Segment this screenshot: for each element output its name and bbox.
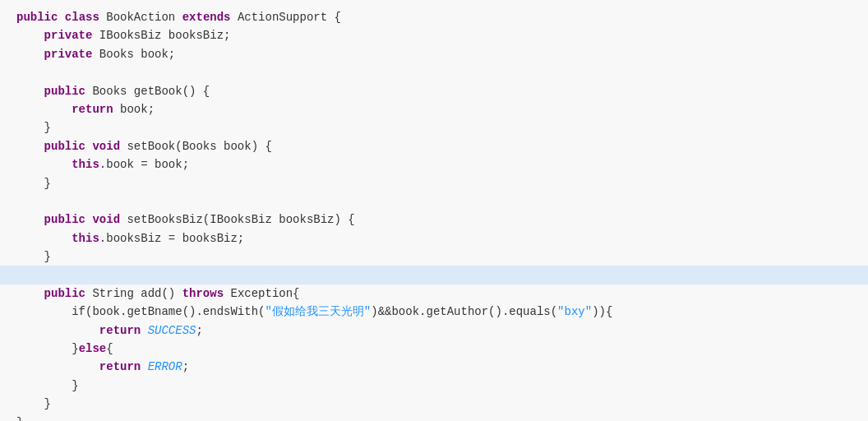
code-token: }: [16, 414, 23, 421]
code-token: [85, 210, 92, 229]
code-line: return book;: [0, 100, 868, 118]
code-token: [16, 45, 44, 63]
code-line: public Books getBook() {: [0, 82, 868, 100]
code-token: [16, 100, 72, 118]
code-token: ;: [196, 322, 202, 340]
code-token: ActionSupport {: [230, 8, 340, 26]
code-line: }: [0, 174, 868, 192]
code-token: return: [72, 100, 113, 118]
code-token: .book = book;: [99, 155, 189, 173]
code-line: public void setBooksBiz(IBooksBiz booksB…: [0, 210, 868, 229]
code-line: return SUCCESS;: [0, 322, 868, 340]
code-line: }: [0, 118, 868, 136]
code-token: public: [44, 285, 85, 303]
code-token: ;: [182, 358, 189, 376]
code-token: if(book.getBname().endsWith(: [16, 303, 265, 321]
code-line: public void setBook(Books book) {: [0, 137, 868, 155]
code-token: [16, 322, 99, 340]
code-token: public: [44, 82, 85, 100]
code-token: public: [16, 8, 58, 26]
code-token: book;: [113, 100, 155, 118]
code-line: }: [0, 248, 868, 266]
code-token: }: [16, 248, 51, 266]
code-line: }: [0, 414, 868, 421]
code-token: [16, 210, 44, 229]
code-token: this: [72, 155, 99, 173]
code-token: setBook(Books book) {: [120, 137, 272, 155]
code-line: this.booksBiz = booksBiz;: [0, 229, 868, 248]
code-token: [85, 137, 92, 155]
code-token: Books book;: [92, 45, 175, 63]
code-line: this.book = book;: [0, 155, 868, 173]
code-token: [16, 137, 44, 155]
code-token: )){: [592, 303, 612, 321]
code-token: Books getBook() {: [85, 82, 210, 100]
code-token: SUCCESS: [148, 322, 196, 340]
code-token: [141, 358, 147, 376]
code-line: [0, 192, 868, 210]
code-token: void: [92, 137, 120, 155]
code-token: {: [106, 340, 113, 358]
code-token: "bxy": [557, 303, 592, 321]
code-token: }: [16, 174, 51, 192]
code-token: public: [44, 137, 85, 155]
code-token: throws: [182, 285, 224, 303]
code-token: this: [72, 229, 99, 248]
code-line: private Books book;: [0, 45, 868, 63]
code-line: }: [0, 395, 868, 413]
code-token: }: [16, 340, 79, 358]
code-token: }: [16, 395, 51, 413]
code-token: [16, 358, 99, 376]
code-token: [16, 26, 44, 44]
code-token: public: [44, 210, 85, 229]
code-line: [0, 63, 868, 81]
code-token: void: [92, 210, 120, 229]
code-token: IBooksBiz booksBiz;: [92, 26, 230, 44]
code-token: private: [44, 26, 93, 44]
code-token: extends: [182, 8, 231, 26]
code-token: ERROR: [148, 358, 182, 376]
code-token: }: [16, 118, 51, 136]
code-token: BookAction: [99, 8, 182, 26]
code-token: [16, 285, 44, 303]
code-token: [58, 8, 64, 26]
code-token: }: [16, 377, 79, 395]
code-line: [0, 266, 868, 284]
code-token: )&&book.getAuthor().equals(: [371, 303, 557, 321]
code-token: return: [99, 322, 141, 340]
code-line: public String add() throws Exception{: [0, 285, 868, 303]
code-line: }else{: [0, 340, 868, 358]
code-line: if(book.getBname().endsWith("假如给我三天光明")&…: [0, 303, 868, 321]
code-token: [16, 82, 44, 100]
code-line: private IBooksBiz booksBiz;: [0, 26, 868, 44]
code-token: [141, 322, 147, 340]
code-line: }: [0, 377, 868, 395]
code-token: return: [99, 358, 141, 376]
code-token: [16, 155, 72, 173]
code-token: String add(): [85, 285, 182, 303]
code-token: [16, 229, 72, 248]
code-token: private: [44, 45, 93, 63]
code-token: class: [65, 8, 99, 26]
code-token: setBooksBiz(IBooksBiz booksBiz) {: [120, 210, 355, 229]
code-token: "假如给我三天光明": [265, 303, 371, 321]
code-line: public class BookAction extends ActionSu…: [0, 8, 868, 26]
code-line: return ERROR;: [0, 358, 868, 376]
code-editor: public class BookAction extends ActionSu…: [0, 0, 868, 421]
code-token: else: [79, 340, 107, 358]
code-token: .booksBiz = booksBiz;: [99, 229, 244, 248]
code-token: Exception{: [224, 285, 299, 303]
